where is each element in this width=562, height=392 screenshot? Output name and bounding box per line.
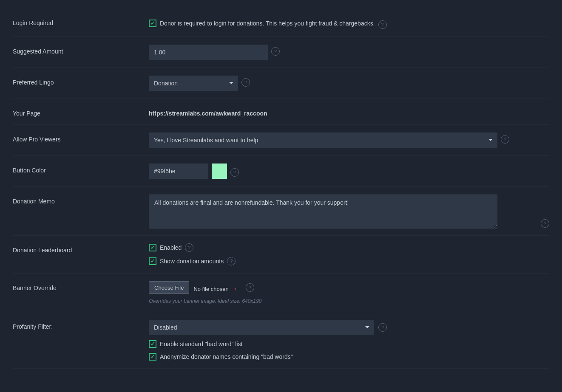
login-required-checkbox[interactable] bbox=[149, 20, 156, 27]
profanity-controls: Disabled Enabled ? Enable standard "bad … bbox=[149, 320, 387, 361]
allow-pro-viewers-row: Allow Pro Viewers Yes, I love Streamlabs… bbox=[13, 125, 549, 156]
your-page-control: https://streamlabs.com/awkward_raccoon bbox=[149, 107, 549, 117]
profanity-anonymize-label: Anonymize donator names containing "bad … bbox=[160, 353, 293, 360]
leaderboard-enabled-checkbox[interactable] bbox=[149, 244, 156, 251]
preferred-lingo-label: Preferred Lingo bbox=[13, 76, 149, 86]
button-color-control: ? bbox=[149, 164, 549, 179]
banner-override-row: Banner Override Choose File No file chos… bbox=[13, 274, 549, 312]
profanity-filter-row: Profanity Filter: Disabled Enabled ? Ena… bbox=[13, 312, 549, 369]
banner-override-label: Banner Override bbox=[13, 281, 149, 291]
donation-memo-textarea[interactable]: All donations are final and are nonrefun… bbox=[149, 195, 497, 228]
suggested-amount-row: Suggested Amount ? bbox=[13, 37, 549, 68]
button-color-swatch[interactable] bbox=[212, 164, 227, 179]
leaderboard-enabled-help-icon[interactable]: ? bbox=[185, 243, 193, 252]
color-row: ? bbox=[149, 164, 239, 179]
allow-pro-viewers-select[interactable]: Yes, I love Streamlabs and want to help … bbox=[149, 133, 497, 148]
leaderboard-show-amounts-checkbox[interactable] bbox=[149, 257, 156, 265]
banner-override-help-icon[interactable]: ? bbox=[246, 283, 254, 292]
preferred-lingo-select[interactable]: Donation Tip Contribution Support bbox=[149, 76, 238, 91]
suggested-amount-control: ? bbox=[149, 45, 549, 60]
profanity-select-row: Disabled Enabled ? bbox=[149, 320, 387, 335]
preferred-lingo-help-icon[interactable]: ? bbox=[241, 78, 250, 87]
login-required-wrapper: Donor is required to login for donations… bbox=[149, 16, 387, 29]
banner-override-control: Choose File No file chosen ← ? Overrides… bbox=[149, 281, 549, 304]
profanity-enable-list-label: Enable standard "bad word" list bbox=[160, 341, 242, 347]
button-color-help-icon[interactable]: ? bbox=[230, 168, 239, 177]
allow-pro-viewers-label: Allow Pro Viewers bbox=[13, 133, 149, 143]
suggested-amount-input[interactable] bbox=[149, 45, 268, 60]
banner-override-hint: Overrides your banner image. Ideal size:… bbox=[149, 298, 549, 304]
login-required-control: Donor is required to login for donations… bbox=[149, 16, 549, 29]
allow-pro-viewers-help-icon[interactable]: ? bbox=[501, 135, 509, 144]
leaderboard-enabled-label: Enabled bbox=[160, 244, 182, 251]
login-required-text: Donor is required to login for donations… bbox=[160, 20, 375, 27]
button-color-row: Button Color ? bbox=[13, 156, 549, 187]
leaderboard-show-amounts-row: Show donation amounts ? bbox=[149, 257, 236, 265]
your-page-label: Your Page bbox=[13, 107, 149, 117]
your-page-row: Your Page https://streamlabs.com/awkward… bbox=[13, 99, 549, 125]
choose-file-button[interactable]: Choose File bbox=[149, 281, 189, 294]
profanity-filter-label: Profanity Filter: bbox=[13, 320, 149, 330]
profanity-filter-control: Disabled Enabled ? Enable standard "bad … bbox=[149, 320, 549, 361]
donation-memo-help-icon[interactable]: ? bbox=[541, 219, 549, 228]
profanity-enable-list-checkbox[interactable] bbox=[149, 340, 156, 348]
donation-leaderboard-row: Donation Leaderboard Enabled ? Show dona… bbox=[13, 236, 549, 274]
suggested-amount-help-icon[interactable]: ? bbox=[271, 47, 280, 56]
suggested-amount-label: Suggested Amount bbox=[13, 45, 149, 55]
donation-leaderboard-control: Enabled ? Show donation amounts ? bbox=[149, 243, 549, 265]
donation-leaderboard-label: Donation Leaderboard bbox=[13, 243, 149, 254]
leaderboard-show-amounts-help-icon[interactable]: ? bbox=[227, 257, 236, 265]
login-required-label: Login Required bbox=[13, 16, 149, 26]
login-required-row: Login Required Donor is required to logi… bbox=[13, 8, 549, 37]
donation-leaderboard-checkboxes: Enabled ? Show donation amounts ? bbox=[149, 243, 236, 265]
banner-file-row: Choose File No file chosen ← ? bbox=[149, 281, 254, 294]
profanity-enable-list-row: Enable standard "bad word" list bbox=[149, 340, 387, 348]
no-file-text: No file chosen bbox=[193, 283, 228, 292]
profanity-filter-select[interactable]: Disabled Enabled bbox=[149, 320, 374, 335]
leaderboard-show-amounts-label: Show donation amounts bbox=[160, 258, 224, 265]
profanity-filter-help-icon[interactable]: ? bbox=[378, 323, 387, 332]
profanity-anonymize-checkbox[interactable] bbox=[149, 353, 156, 361]
allow-pro-viewers-control: Yes, I love Streamlabs and want to help … bbox=[149, 133, 549, 148]
button-color-hex-input[interactable] bbox=[149, 164, 208, 179]
donation-memo-label: Donation Memo bbox=[13, 195, 149, 205]
preferred-lingo-control: Donation Tip Contribution Support ? bbox=[149, 76, 549, 91]
your-page-url: https://streamlabs.com/awkward_raccoon bbox=[149, 107, 267, 117]
donation-memo-row: Donation Memo All donations are final an… bbox=[13, 187, 549, 236]
arrow-icon: ← bbox=[233, 282, 241, 293]
donation-memo-control: All donations are final and are nonrefun… bbox=[149, 195, 549, 228]
login-required-help-icon[interactable]: ? bbox=[378, 20, 387, 29]
profanity-anonymize-row: Anonymize donator names containing "bad … bbox=[149, 353, 387, 361]
preferred-lingo-row: Preferred Lingo Donation Tip Contributio… bbox=[13, 68, 549, 99]
leaderboard-enabled-row: Enabled ? bbox=[149, 243, 236, 252]
button-color-label: Button Color bbox=[13, 164, 149, 174]
